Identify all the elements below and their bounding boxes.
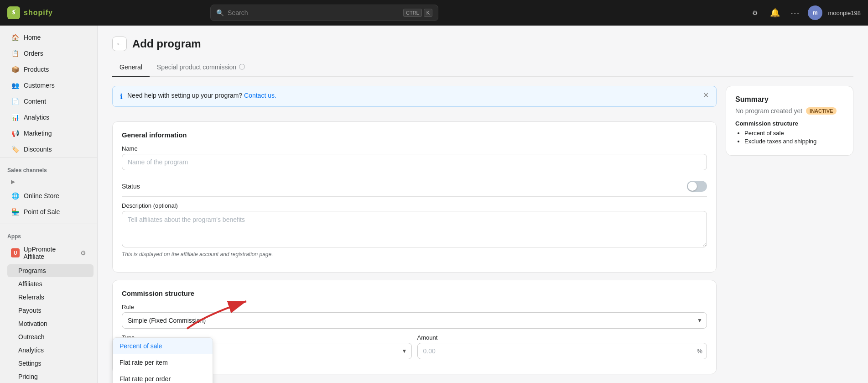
sub-item-affiliates-label: Affiliates [18, 280, 42, 288]
sidebar-item-orders[interactable]: 📋 Orders [4, 46, 94, 61]
sidebar-item-marketing[interactable]: 📢 Marketing [4, 126, 94, 141]
search-icon: 🔍 [216, 9, 224, 16]
sales-channels-expand[interactable]: ▶ [4, 176, 94, 188]
description-label: Description (optional) [122, 202, 707, 209]
user-avatar[interactable]: m [808, 5, 822, 20]
summary-title: Summary [735, 95, 844, 104]
back-icon: ← [116, 40, 123, 48]
content-area: ← Add program General Special product co… [98, 26, 868, 383]
tab-special-commission[interactable]: Special product commission ⓘ [150, 58, 252, 77]
alert-text: Need help with setting up your program? … [127, 92, 698, 99]
sidebar-item-discounts[interactable]: 🏷️ Discounts [4, 142, 94, 157]
name-input[interactable] [122, 154, 707, 170]
sales-channels-title: Sales channels [0, 162, 97, 175]
description-textarea[interactable] [122, 211, 707, 247]
sidebar-item-label-discounts: Discounts [24, 146, 52, 153]
content-icon: 📄 [11, 97, 19, 105]
uppromote-icon: U [11, 248, 20, 257]
sidebar-item-label-analytics: Analytics [24, 114, 49, 121]
more-options-button[interactable]: ··· [788, 5, 802, 20]
sidebar: 🏠 Home 📋 Orders 📦 Products 👥 Customers 📄… [0, 26, 98, 383]
name-group: Name [122, 145, 707, 170]
apps-title: Apps [0, 228, 97, 241]
rule-group: Rule Simple (Fixed Commission) ▼ [122, 304, 707, 329]
toggle-thumb [688, 182, 697, 191]
sidebar-item-content[interactable]: 📄 Content [4, 94, 94, 109]
sidebar-item-products[interactable]: 📦 Products [4, 62, 94, 77]
ctrl-key: CTRL [403, 9, 422, 17]
sub-item-programs-label: Programs [18, 267, 46, 274]
sub-item-outreach[interactable]: Outreach [7, 331, 94, 343]
general-info-card: General information Name Status [112, 121, 717, 273]
settings-icon-button[interactable]: ⚙ [748, 5, 762, 20]
summary-list-item-2: Exclude taxes and shipping [744, 138, 844, 145]
dropdown-item-flat-order[interactable]: Flat rate per order [113, 371, 213, 383]
shopify-logo: shopify [7, 6, 53, 19]
main-layout: 🏠 Home 📋 Orders 📦 Products 👥 Customers 📄… [0, 26, 868, 383]
orders-icon: 📋 [11, 49, 19, 58]
topbar: shopify 🔍 CTRL K ⚙ 🔔 ··· m moonpie198 [0, 0, 868, 26]
sub-item-pricing[interactable]: Pricing [7, 370, 94, 383]
page-title: Add program [132, 37, 201, 50]
sidebar-item-label-home: Home [24, 34, 41, 41]
summary-commission-list: Percent of sale Exclude taxes and shippi… [735, 130, 844, 145]
sub-item-payouts-label: Payouts [18, 307, 42, 314]
sidebar-item-label-content: Content [24, 98, 46, 105]
sidebar-item-label-marketing: Marketing [24, 130, 52, 137]
page-header: ← Add program [112, 37, 853, 51]
sidebar-item-customers[interactable]: 👥 Customers [4, 78, 94, 93]
sidebar-item-label-online-store: Online Store [24, 192, 59, 199]
contact-us-link[interactable]: Contact us. [244, 92, 276, 99]
sub-item-payouts[interactable]: Payouts [7, 304, 94, 317]
amount-input[interactable] [417, 343, 707, 359]
dropdown-item-percent[interactable]: Percent of sale [113, 338, 213, 354]
sub-item-pricing-label: Pricing [18, 373, 38, 380]
sub-item-outreach-label: Outreach [18, 333, 45, 341]
apps-section: Apps U UpPromote Affiliate ⚙ Programs Af… [0, 224, 97, 383]
analytics-icon: 📊 [11, 113, 19, 121]
sub-item-affiliates[interactable]: Affiliates [7, 278, 94, 290]
back-button[interactable]: ← [112, 37, 127, 51]
home-icon: 🏠 [11, 33, 19, 42]
sub-item-motivation[interactable]: Motivation [7, 317, 94, 330]
discounts-icon: 🏷️ [11, 145, 19, 153]
amount-group: Amount % [417, 334, 707, 359]
bell-icon-button[interactable]: 🔔 [768, 5, 782, 20]
keyboard-hint: CTRL K [403, 9, 432, 17]
app-settings-icon[interactable]: ⚙ [80, 249, 86, 257]
info-icon: ℹ [120, 92, 123, 101]
customers-icon: 👥 [11, 81, 19, 89]
sub-item-referrals-label: Referrals [18, 294, 44, 301]
sub-item-referrals[interactable]: Referrals [7, 291, 94, 304]
no-program-text: No program created yet [735, 107, 802, 115]
alert-close-button[interactable]: ✕ [703, 92, 709, 99]
type-dropdown-menu: Percent of sale Flat rate per item Flat … [113, 337, 213, 383]
search-input[interactable] [228, 9, 400, 16]
sidebar-item-analytics[interactable]: 📊 Analytics [4, 110, 94, 125]
sidebar-item-label-orders: Orders [24, 50, 43, 57]
sub-item-programs[interactable]: Programs [7, 264, 94, 277]
status-toggle[interactable] [687, 181, 707, 192]
sidebar-item-online-store[interactable]: 🌐 Online Store [4, 188, 94, 204]
sidebar-item-point-of-sale[interactable]: 🏪 Point of Sale [4, 204, 94, 220]
search-bar[interactable]: 🔍 CTRL K [210, 5, 438, 21]
amount-input-wrapper: % [417, 343, 707, 359]
app-brand-label: UpPromote Affiliate [23, 246, 77, 260]
tab-general-label: General [120, 63, 142, 71]
sub-item-analytics-app[interactable]: Analytics [7, 344, 94, 357]
tab-general[interactable]: General [112, 58, 150, 77]
rule-label: Rule [122, 304, 707, 310]
rule-select-wrapper: Simple (Fixed Commission) ▼ [122, 312, 707, 329]
tabs-bar: General Special product commission ⓘ [112, 58, 853, 77]
dropdown-item-flat-item[interactable]: Flat rate per item [113, 354, 213, 371]
help-icon: ⓘ [239, 63, 245, 71]
description-group: Description (optional) This is displayed… [122, 202, 707, 257]
sub-item-settings-label: Settings [18, 360, 42, 367]
rule-select[interactable]: Simple (Fixed Commission) [122, 312, 707, 329]
sub-item-settings[interactable]: Settings [7, 357, 94, 370]
side-column: Summary No program created yet INACTIVE … [726, 86, 853, 156]
status-group: Status [122, 176, 707, 197]
sidebar-item-home[interactable]: 🏠 Home [4, 30, 94, 45]
amount-label: Amount [417, 334, 707, 341]
app-brand-uppromote[interactable]: U UpPromote Affiliate ⚙ [4, 242, 94, 264]
